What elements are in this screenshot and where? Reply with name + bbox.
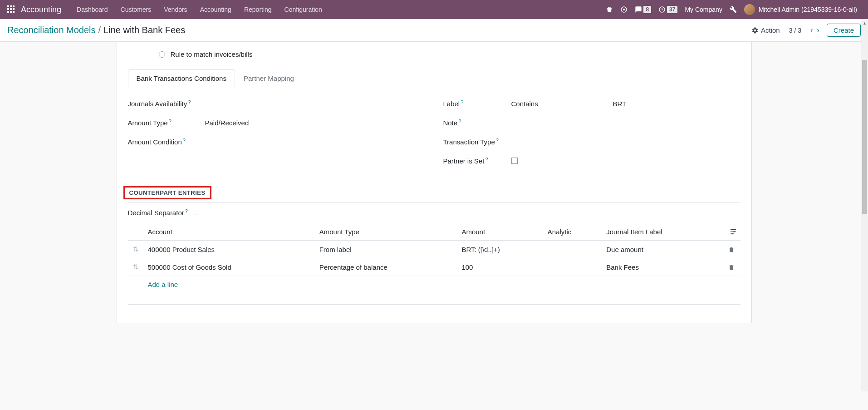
th-amount-type[interactable]: Amount Type [316, 223, 458, 241]
cell-account[interactable]: 500000 Cost of Goods Sold [144, 258, 316, 276]
nav-customers[interactable]: Customers [114, 6, 158, 13]
help-icon[interactable]: ? [496, 138, 499, 143]
label-partner-set: Partner is Set? [443, 157, 511, 165]
activities-icon[interactable]: 37 [658, 6, 677, 13]
nav-accounting[interactable]: Accounting [194, 6, 238, 13]
vertical-scrollbar[interactable]: ▴ [861, 19, 868, 391]
label-journals: Journals Availability? [128, 100, 205, 108]
apps-icon[interactable] [7, 5, 15, 14]
table-row[interactable]: ⇅ 400000 Product Sales From label BRT: (… [128, 241, 740, 258]
value-label-filter[interactable]: Contains BRT [511, 100, 740, 108]
help-icon[interactable]: ? [461, 99, 463, 105]
support-icon[interactable] [620, 6, 628, 13]
help-icon[interactable]: ? [458, 119, 461, 124]
radio-label: Rule to match invoices/bills [171, 50, 253, 58]
radio-icon [159, 51, 165, 58]
breadcrumb-current: Line with Bank Fees [103, 25, 185, 35]
th-jlabel[interactable]: Journal Item Label [603, 223, 722, 241]
add-line-row[interactable]: Add a line [128, 276, 740, 293]
pager-next-icon[interactable]: › [816, 25, 820, 35]
label-tx-type: Transaction Type? [443, 138, 511, 146]
gear-icon [751, 27, 759, 34]
bug-icon[interactable] [606, 6, 613, 13]
activities-badge: 37 [667, 6, 677, 13]
section-title-text: COUNTERPART ENTRIES [123, 186, 211, 199]
cell-amount-type[interactable]: Percentage of balance [316, 258, 458, 276]
tab-partner-mapping[interactable]: Partner Mapping [235, 69, 303, 87]
cell-amount-type[interactable]: From label [316, 241, 458, 258]
cell-jlabel[interactable]: Due amount [603, 241, 722, 258]
checkbox-partner-set[interactable] [511, 158, 518, 164]
scroll-up-icon[interactable]: ▴ [861, 19, 868, 26]
action-bar: Reconciliation Models / Line with Bank F… [0, 19, 868, 42]
value-partner-set[interactable] [511, 158, 740, 164]
help-icon[interactable]: ? [169, 119, 172, 124]
th-amount[interactable]: Amount [458, 223, 544, 241]
create-button[interactable]: Create [827, 24, 861, 37]
scroll-area: Rule to match invoices/bills Bank Transa… [0, 42, 868, 407]
form-sheet: Rule to match invoices/bills Bank Transa… [117, 42, 752, 323]
delete-row-icon[interactable] [722, 241, 740, 258]
form-col-right: Label? Contains BRT Note? Transaction Ty… [443, 98, 740, 174]
form-grid: Journals Availability? Amount Type? Paid… [128, 87, 740, 179]
table-row[interactable]: ⇅ 500000 Cost of Goods Sold Percentage o… [128, 258, 740, 276]
help-icon[interactable]: ? [485, 157, 488, 162]
action-label: Action [761, 26, 780, 34]
drag-handle-icon[interactable]: ⇅ [128, 258, 144, 276]
svg-point-3 [731, 233, 733, 235]
help-icon[interactable]: ? [183, 138, 186, 143]
cell-account[interactable]: 400000 Product Sales [144, 241, 316, 258]
action-menu[interactable]: Action [751, 26, 780, 34]
cell-jlabel[interactable]: Bank Fees [603, 258, 722, 276]
radio-rule-invoices[interactable]: Rule to match invoices/bills [159, 50, 740, 58]
th-account[interactable]: Account [144, 223, 316, 241]
top-nav: Accounting Dashboard Customers Vendors A… [0, 0, 868, 19]
nav-reporting[interactable]: Reporting [238, 6, 278, 13]
messages-badge: 8 [643, 6, 651, 13]
form-col-left: Journals Availability? Amount Type? Paid… [128, 98, 425, 174]
svg-point-1 [623, 9, 625, 10]
section-counterpart-entries: COUNTERPART ENTRIES [128, 183, 740, 203]
counterpart-entries-table: Account Amount Type Amount Analytic Jour… [128, 223, 740, 293]
nav-vendors[interactable]: Vendors [157, 6, 193, 13]
label-decimal-separator: Decimal Separator? [128, 209, 188, 217]
pager-count: 3 / 3 [789, 27, 801, 34]
help-icon[interactable]: ? [188, 99, 191, 105]
decimal-separator-row: Decimal Separator? . [128, 209, 740, 217]
nav-configuration[interactable]: Configuration [278, 6, 329, 13]
value-amount-type[interactable]: Paid/Received [205, 119, 425, 127]
user-name: Mitchell Admin (21945339-16-0-all) [759, 6, 857, 13]
add-line-label[interactable]: Add a line [128, 276, 740, 293]
breadcrumb-parent[interactable]: Reconciliation Models [7, 25, 96, 35]
value-decimal-separator[interactable]: . [196, 210, 197, 217]
scrollbar-thumb[interactable] [862, 60, 867, 214]
svg-point-5 [735, 229, 736, 230]
label-amount-condition: Amount Condition? [128, 138, 205, 146]
cell-analytic[interactable] [544, 258, 603, 276]
label-label-filter: Label? [443, 100, 511, 108]
nav-dashboard[interactable]: Dashboard [70, 6, 114, 13]
app-brand[interactable]: Accounting [21, 5, 61, 15]
delete-row-icon[interactable] [722, 258, 740, 276]
tab-bank-conditions[interactable]: Bank Transactions Conditions [128, 69, 235, 87]
messages-icon[interactable]: 8 [635, 6, 651, 13]
divider [128, 304, 740, 305]
columns-settings-icon[interactable] [730, 228, 737, 236]
drag-handle-icon[interactable]: ⇅ [128, 241, 144, 258]
cell-analytic[interactable] [544, 241, 603, 258]
svg-point-4 [733, 231, 735, 232]
user-menu[interactable]: Mitchell Admin (21945339-16-0-all) [744, 4, 857, 15]
th-analytic[interactable]: Analytic [544, 223, 603, 241]
cell-amount[interactable]: 100 [458, 258, 544, 276]
tools-icon[interactable] [730, 6, 737, 13]
cell-amount[interactable]: BRT: ([\d,.]+) [458, 241, 544, 258]
avatar [744, 4, 755, 15]
help-icon[interactable]: ? [185, 208, 188, 214]
tabs: Bank Transactions Conditions Partner Map… [128, 69, 740, 87]
breadcrumb-separator: / [98, 25, 101, 35]
label-note: Note? [443, 119, 511, 127]
label-amount-type: Amount Type? [128, 119, 205, 127]
company-switcher[interactable]: My Company [685, 6, 722, 13]
pager-prev-icon[interactable]: ‹ [809, 25, 814, 35]
